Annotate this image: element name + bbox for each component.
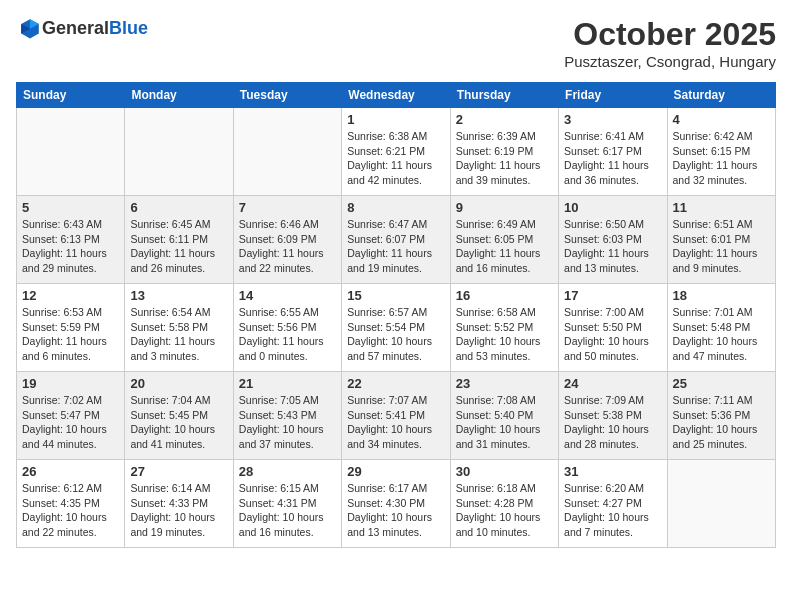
- calendar-day-cell: 22Sunrise: 7:07 AMSunset: 5:41 PMDayligh…: [342, 372, 450, 460]
- day-number: 1: [347, 112, 444, 127]
- day-number: 9: [456, 200, 553, 215]
- day-info: Sunrise: 6:51 AMSunset: 6:01 PMDaylight:…: [673, 217, 770, 276]
- day-info: Sunrise: 6:53 AMSunset: 5:59 PMDaylight:…: [22, 305, 119, 364]
- day-info: Sunrise: 6:57 AMSunset: 5:54 PMDaylight:…: [347, 305, 444, 364]
- logo-general: General: [42, 18, 109, 38]
- calendar-week-row: 26Sunrise: 6:12 AMSunset: 4:35 PMDayligh…: [17, 460, 776, 548]
- day-info: Sunrise: 7:00 AMSunset: 5:50 PMDaylight:…: [564, 305, 661, 364]
- day-info: Sunrise: 6:47 AMSunset: 6:07 PMDaylight:…: [347, 217, 444, 276]
- day-number: 4: [673, 112, 770, 127]
- day-info: Sunrise: 6:14 AMSunset: 4:33 PMDaylight:…: [130, 481, 227, 540]
- calendar-day-cell: 17Sunrise: 7:00 AMSunset: 5:50 PMDayligh…: [559, 284, 667, 372]
- calendar-table: SundayMondayTuesdayWednesdayThursdayFrid…: [16, 82, 776, 548]
- calendar-day-cell: 11Sunrise: 6:51 AMSunset: 6:01 PMDayligh…: [667, 196, 775, 284]
- day-info: Sunrise: 6:39 AMSunset: 6:19 PMDaylight:…: [456, 129, 553, 188]
- calendar-day-cell: 26Sunrise: 6:12 AMSunset: 4:35 PMDayligh…: [17, 460, 125, 548]
- day-info: Sunrise: 7:01 AMSunset: 5:48 PMDaylight:…: [673, 305, 770, 364]
- weekday-header-friday: Friday: [559, 83, 667, 108]
- day-info: Sunrise: 6:38 AMSunset: 6:21 PMDaylight:…: [347, 129, 444, 188]
- logo-text: GeneralBlue: [42, 18, 148, 39]
- day-info: Sunrise: 6:42 AMSunset: 6:15 PMDaylight:…: [673, 129, 770, 188]
- calendar-day-cell: 4Sunrise: 6:42 AMSunset: 6:15 PMDaylight…: [667, 108, 775, 196]
- day-number: 23: [456, 376, 553, 391]
- calendar-day-cell: 10Sunrise: 6:50 AMSunset: 6:03 PMDayligh…: [559, 196, 667, 284]
- calendar-day-cell: 20Sunrise: 7:04 AMSunset: 5:45 PMDayligh…: [125, 372, 233, 460]
- day-number: 25: [673, 376, 770, 391]
- day-info: Sunrise: 7:05 AMSunset: 5:43 PMDaylight:…: [239, 393, 336, 452]
- calendar-day-cell: 31Sunrise: 6:20 AMSunset: 4:27 PMDayligh…: [559, 460, 667, 548]
- day-info: Sunrise: 6:12 AMSunset: 4:35 PMDaylight:…: [22, 481, 119, 540]
- day-number: 15: [347, 288, 444, 303]
- logo: GeneralBlue: [16, 16, 148, 40]
- day-info: Sunrise: 6:45 AMSunset: 6:11 PMDaylight:…: [130, 217, 227, 276]
- calendar-day-cell: 5Sunrise: 6:43 AMSunset: 6:13 PMDaylight…: [17, 196, 125, 284]
- day-number: 27: [130, 464, 227, 479]
- day-info: Sunrise: 6:55 AMSunset: 5:56 PMDaylight:…: [239, 305, 336, 364]
- calendar-day-cell: 9Sunrise: 6:49 AMSunset: 6:05 PMDaylight…: [450, 196, 558, 284]
- day-info: Sunrise: 7:08 AMSunset: 5:40 PMDaylight:…: [456, 393, 553, 452]
- day-number: 16: [456, 288, 553, 303]
- day-number: 31: [564, 464, 661, 479]
- day-info: Sunrise: 7:07 AMSunset: 5:41 PMDaylight:…: [347, 393, 444, 452]
- calendar-week-row: 12Sunrise: 6:53 AMSunset: 5:59 PMDayligh…: [17, 284, 776, 372]
- day-number: 7: [239, 200, 336, 215]
- day-number: 19: [22, 376, 119, 391]
- calendar-day-cell: 21Sunrise: 7:05 AMSunset: 5:43 PMDayligh…: [233, 372, 341, 460]
- calendar-day-cell: [125, 108, 233, 196]
- day-number: 8: [347, 200, 444, 215]
- month-title: October 2025: [564, 16, 776, 53]
- calendar-day-cell: 29Sunrise: 6:17 AMSunset: 4:30 PMDayligh…: [342, 460, 450, 548]
- calendar-day-cell: 28Sunrise: 6:15 AMSunset: 4:31 PMDayligh…: [233, 460, 341, 548]
- day-number: 13: [130, 288, 227, 303]
- day-number: 22: [347, 376, 444, 391]
- day-number: 21: [239, 376, 336, 391]
- day-number: 24: [564, 376, 661, 391]
- calendar-day-cell: 16Sunrise: 6:58 AMSunset: 5:52 PMDayligh…: [450, 284, 558, 372]
- calendar-day-cell: 19Sunrise: 7:02 AMSunset: 5:47 PMDayligh…: [17, 372, 125, 460]
- day-info: Sunrise: 6:43 AMSunset: 6:13 PMDaylight:…: [22, 217, 119, 276]
- day-number: 28: [239, 464, 336, 479]
- day-number: 5: [22, 200, 119, 215]
- weekday-header-row: SundayMondayTuesdayWednesdayThursdayFrid…: [17, 83, 776, 108]
- location-title: Pusztaszer, Csongrad, Hungary: [564, 53, 776, 70]
- day-number: 10: [564, 200, 661, 215]
- day-info: Sunrise: 7:11 AMSunset: 5:36 PMDaylight:…: [673, 393, 770, 452]
- weekday-header-sunday: Sunday: [17, 83, 125, 108]
- calendar-day-cell: 14Sunrise: 6:55 AMSunset: 5:56 PMDayligh…: [233, 284, 341, 372]
- calendar-day-cell: 30Sunrise: 6:18 AMSunset: 4:28 PMDayligh…: [450, 460, 558, 548]
- calendar-day-cell: 2Sunrise: 6:39 AMSunset: 6:19 PMDaylight…: [450, 108, 558, 196]
- calendar-day-cell: [667, 460, 775, 548]
- day-info: Sunrise: 6:50 AMSunset: 6:03 PMDaylight:…: [564, 217, 661, 276]
- day-number: 14: [239, 288, 336, 303]
- weekday-header-tuesday: Tuesday: [233, 83, 341, 108]
- day-number: 2: [456, 112, 553, 127]
- calendar-day-cell: 3Sunrise: 6:41 AMSunset: 6:17 PMDaylight…: [559, 108, 667, 196]
- calendar-day-cell: 13Sunrise: 6:54 AMSunset: 5:58 PMDayligh…: [125, 284, 233, 372]
- calendar-day-cell: 24Sunrise: 7:09 AMSunset: 5:38 PMDayligh…: [559, 372, 667, 460]
- day-info: Sunrise: 6:18 AMSunset: 4:28 PMDaylight:…: [456, 481, 553, 540]
- day-number: 3: [564, 112, 661, 127]
- weekday-header-monday: Monday: [125, 83, 233, 108]
- day-number: 18: [673, 288, 770, 303]
- day-info: Sunrise: 6:41 AMSunset: 6:17 PMDaylight:…: [564, 129, 661, 188]
- calendar-day-cell: 12Sunrise: 6:53 AMSunset: 5:59 PMDayligh…: [17, 284, 125, 372]
- calendar-day-cell: [233, 108, 341, 196]
- day-number: 26: [22, 464, 119, 479]
- day-info: Sunrise: 6:46 AMSunset: 6:09 PMDaylight:…: [239, 217, 336, 276]
- day-number: 29: [347, 464, 444, 479]
- calendar-day-cell: 18Sunrise: 7:01 AMSunset: 5:48 PMDayligh…: [667, 284, 775, 372]
- calendar-day-cell: 8Sunrise: 6:47 AMSunset: 6:07 PMDaylight…: [342, 196, 450, 284]
- calendar-day-cell: 23Sunrise: 7:08 AMSunset: 5:40 PMDayligh…: [450, 372, 558, 460]
- day-number: 6: [130, 200, 227, 215]
- page-header: GeneralBlue October 2025 Pusztaszer, Cso…: [16, 16, 776, 70]
- calendar-week-row: 1Sunrise: 6:38 AMSunset: 6:21 PMDaylight…: [17, 108, 776, 196]
- title-block: October 2025 Pusztaszer, Csongrad, Hunga…: [564, 16, 776, 70]
- weekday-header-thursday: Thursday: [450, 83, 558, 108]
- day-number: 12: [22, 288, 119, 303]
- day-info: Sunrise: 6:49 AMSunset: 6:05 PMDaylight:…: [456, 217, 553, 276]
- day-number: 11: [673, 200, 770, 215]
- weekday-header-saturday: Saturday: [667, 83, 775, 108]
- day-info: Sunrise: 6:17 AMSunset: 4:30 PMDaylight:…: [347, 481, 444, 540]
- day-info: Sunrise: 6:15 AMSunset: 4:31 PMDaylight:…: [239, 481, 336, 540]
- day-number: 20: [130, 376, 227, 391]
